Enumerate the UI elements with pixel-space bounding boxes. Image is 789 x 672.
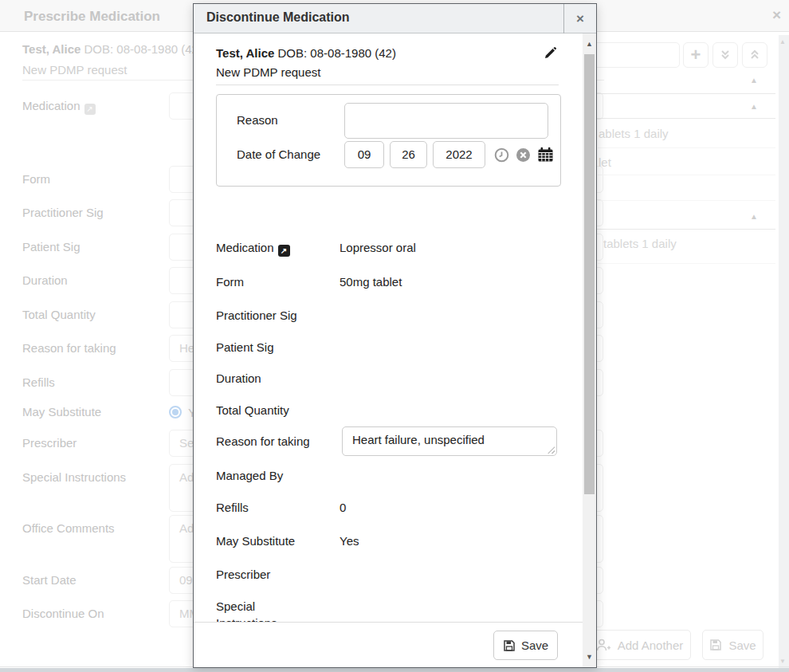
add-button[interactable]: + xyxy=(683,42,709,68)
field-row-prescriber: Prescriber xyxy=(216,566,567,583)
row-divider xyxy=(598,200,775,201)
patient-name: Test, Alice xyxy=(22,42,80,56)
external-link-icon[interactable]: ↗ xyxy=(278,245,290,257)
medication-summary-text: let xyxy=(599,155,611,169)
dialog-footer: Save xyxy=(194,622,583,667)
may-substitute-value: Yes xyxy=(340,532,359,549)
save-icon xyxy=(709,639,722,651)
dialog-title: Discontinue Medication xyxy=(206,10,350,25)
field-label-start-date: Start Date xyxy=(22,573,77,587)
field-label-medication: Medication↗ xyxy=(22,99,96,115)
page-title: Prescribe Medication xyxy=(24,9,160,25)
date-day-input[interactable]: 26 xyxy=(390,141,427,168)
pdmp-request-label: New PDMP request xyxy=(22,63,127,77)
save-icon xyxy=(503,639,516,652)
add-another-label: Add Another xyxy=(618,639,684,652)
calendar-icon[interactable] xyxy=(537,147,554,163)
collapse-panel-icon[interactable]: ▲ xyxy=(750,76,758,84)
field-row-duration: Duration xyxy=(216,370,567,387)
reason-label: Reason xyxy=(237,113,278,127)
field-row-total-quantity: Total Quantity xyxy=(216,402,567,419)
person-plus-icon xyxy=(595,638,611,652)
save-label: Save xyxy=(728,639,756,652)
field-label-office-comments: Office Comments xyxy=(22,521,115,535)
field-label-form: Form xyxy=(22,172,50,186)
field-row-refills: Refills 0 xyxy=(216,499,567,516)
field-label-reason-for-taking: Reason for taking xyxy=(22,341,116,355)
refills-value: 0 xyxy=(340,499,346,516)
clear-date-icon[interactable] xyxy=(516,147,531,163)
page-close-icon[interactable]: × xyxy=(772,6,781,24)
patient-summary: Test, Alice DOB: 08-08-1980 (42) xyxy=(216,46,396,60)
close-icon: × xyxy=(576,11,584,27)
save-label: Save xyxy=(521,639,548,652)
dialog-body: Test, Alice DOB: 08-08-1980 (42) New PDM… xyxy=(194,33,583,667)
dialog-header: Discontinue Medication × xyxy=(194,4,596,33)
field-label-total-quantity: Total Quantity xyxy=(22,308,96,321)
reason-textarea[interactable] xyxy=(344,103,548,139)
form-value: 50mg tablet xyxy=(340,273,402,290)
patient-dob: DOB: 08-08-1980 (42) xyxy=(84,42,202,56)
patient-summary: Test, Alice DOB: 08-08-1980 (42) xyxy=(22,42,202,56)
field-label-may-substitute: May Substitute xyxy=(22,405,101,419)
date-of-change-row: 09 26 2022 xyxy=(344,141,554,168)
collapse-panel-icon[interactable]: ▲ xyxy=(750,212,758,221)
medication-summary-text: ablets 1 daily xyxy=(599,127,669,140)
pdmp-request-label: New PDMP request xyxy=(216,65,320,79)
date-of-change-label: Date of Change xyxy=(237,147,320,161)
field-row-form: Form 50mg tablet xyxy=(216,273,567,290)
add-another-button[interactable]: Add Another xyxy=(587,630,691,660)
field-label-discontinue-on: Discontinue On xyxy=(22,607,104,620)
reason-for-taking-textarea[interactable]: Heart failure, unspecified xyxy=(342,426,557,456)
medication-label: Medication↗ xyxy=(216,239,340,257)
field-label-duration: Duration xyxy=(22,273,68,287)
row-divider xyxy=(598,147,775,148)
scroll-up-icon[interactable]: ▲ xyxy=(779,38,786,45)
field-label-refills: Refills xyxy=(22,375,55,389)
edit-pencil-icon[interactable] xyxy=(543,46,557,61)
scroll-up-icon[interactable]: ▲ xyxy=(583,40,596,48)
page-scrollbar[interactable]: ▲ ▼ xyxy=(779,35,789,668)
collapse-all-button[interactable] xyxy=(742,42,767,68)
resize-grip-icon[interactable] xyxy=(548,446,555,454)
scroll-down-icon[interactable]: ▼ xyxy=(583,653,596,661)
field-label-practitioner-sig: Practitioner Sig xyxy=(22,206,104,219)
patient-name: Test, Alice xyxy=(216,46,274,60)
field-label-patient-sig: Patient Sig xyxy=(22,240,80,253)
patient-dob: DOB: 08-08-1980 (42) xyxy=(278,46,396,60)
may-substitute-yes-radio[interactable] xyxy=(169,406,182,419)
window-bottom-strip xyxy=(0,668,789,672)
date-year-input[interactable]: 2022 xyxy=(433,141,485,168)
field-row-practitioner-sig: Practitioner Sig xyxy=(216,307,567,324)
medication-value: Lopressor oral xyxy=(340,239,416,256)
divider xyxy=(216,84,559,85)
collapse-panel-icon[interactable]: ▲ xyxy=(750,102,758,111)
date-month-input[interactable]: 09 xyxy=(344,141,384,168)
double-chevron-down-icon xyxy=(718,48,732,62)
dialog-close-button[interactable]: × xyxy=(563,4,596,33)
field-row-patient-sig: Patient Sig xyxy=(216,339,567,356)
field-label-prescriber: Prescriber xyxy=(22,436,77,450)
scroll-down-icon[interactable]: ▼ xyxy=(779,658,786,665)
medication-summary-text: tablets 1 daily xyxy=(603,237,677,250)
dialog-scrollbar[interactable]: ▲ ▼ xyxy=(583,33,596,667)
expand-all-button[interactable] xyxy=(712,42,738,68)
field-label-special-instructions: Special Instructions xyxy=(22,470,126,484)
double-chevron-up-icon xyxy=(748,48,762,62)
scrollbar-thumb[interactable] xyxy=(584,54,595,494)
page-save-button[interactable]: Save xyxy=(702,630,763,660)
discontinue-groupbox: Reason Date of Change 09 26 2022 xyxy=(216,94,561,187)
row-divider xyxy=(598,175,775,175)
external-link-icon[interactable]: ↗ xyxy=(84,104,96,115)
dialog-save-button[interactable]: Save xyxy=(493,631,558,660)
time-clock-icon[interactable] xyxy=(494,147,509,163)
field-row-medication: Medication↗ Lopressor oral xyxy=(216,239,567,257)
app-window: Prescribe Medication × Test, Alice DOB: … xyxy=(0,0,789,672)
plus-icon: + xyxy=(691,46,701,64)
field-row-managed-by: Managed By xyxy=(216,467,567,484)
discontinue-medication-dialog: Discontinue Medication × Test, Alice DOB… xyxy=(193,3,597,668)
row-divider xyxy=(598,263,775,264)
field-row-reason-for-taking: Reason for taking Heart failure, unspeci… xyxy=(216,426,567,456)
field-row-may-substitute: May Substitute Yes xyxy=(216,532,567,549)
